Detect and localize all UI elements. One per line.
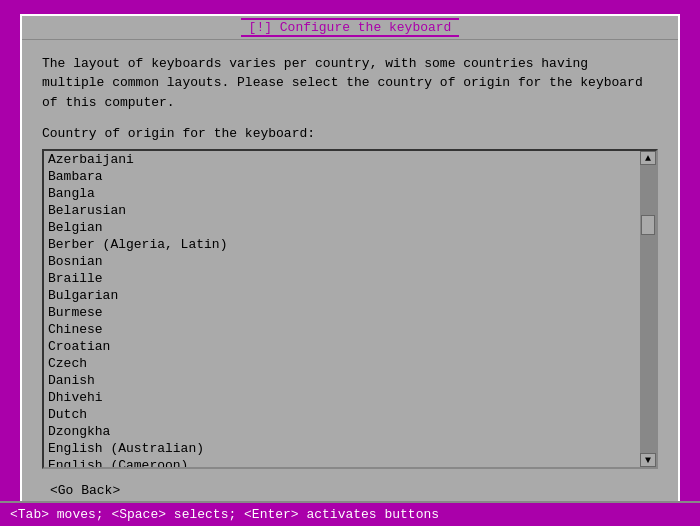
country-list[interactable]: AzerbaijaniBambaraBanglaBelarusianBelgia…: [44, 151, 640, 467]
dialog-title: [!] Configure the keyboard: [241, 18, 460, 37]
list-item[interactable]: Belgian: [44, 219, 640, 236]
list-item[interactable]: Croatian: [44, 338, 640, 355]
list-item[interactable]: Azerbaijani: [44, 151, 640, 168]
go-back-button[interactable]: <Go Back>: [42, 481, 128, 500]
button-row: <Go Back>: [42, 481, 658, 500]
list-item[interactable]: Braille: [44, 270, 640, 287]
list-item[interactable]: Czech: [44, 355, 640, 372]
dialog-content: The layout of keyboards varies per count…: [22, 40, 678, 511]
title-bar: [!] Configure the keyboard: [22, 16, 678, 40]
list-item[interactable]: Bosnian: [44, 253, 640, 270]
list-item[interactable]: English (Cameroon): [44, 457, 640, 467]
dialog: [!] Configure the keyboard The layout of…: [20, 14, 680, 513]
country-list-container: AzerbaijaniBambaraBanglaBelarusianBelgia…: [42, 149, 658, 469]
scroll-down-arrow[interactable]: ▼: [640, 453, 656, 467]
list-item[interactable]: Dhivehi: [44, 389, 640, 406]
list-item[interactable]: English (Australian): [44, 440, 640, 457]
list-item[interactable]: Bambara: [44, 168, 640, 185]
description-text: The layout of keyboards varies per count…: [42, 54, 658, 113]
section-label: Country of origin for the keyboard:: [42, 126, 658, 141]
scroll-up-arrow[interactable]: ▲: [640, 151, 656, 165]
list-item[interactable]: Chinese: [44, 321, 640, 338]
list-item[interactable]: Bulgarian: [44, 287, 640, 304]
scroll-track: [640, 165, 656, 453]
list-item[interactable]: Burmese: [44, 304, 640, 321]
list-item[interactable]: Dutch: [44, 406, 640, 423]
scrollbar[interactable]: ▲ ▼: [640, 151, 656, 467]
bottom-hint-bar: <Tab> moves; <Space> selects; <Enter> ac…: [0, 501, 700, 526]
list-item[interactable]: Berber (Algeria, Latin): [44, 236, 640, 253]
scroll-thumb[interactable]: [641, 215, 655, 235]
list-item[interactable]: Danish: [44, 372, 640, 389]
bottom-hint-text: <Tab> moves; <Space> selects; <Enter> ac…: [10, 507, 439, 522]
list-item[interactable]: Dzongkha: [44, 423, 640, 440]
list-item[interactable]: Belarusian: [44, 202, 640, 219]
list-item[interactable]: Bangla: [44, 185, 640, 202]
